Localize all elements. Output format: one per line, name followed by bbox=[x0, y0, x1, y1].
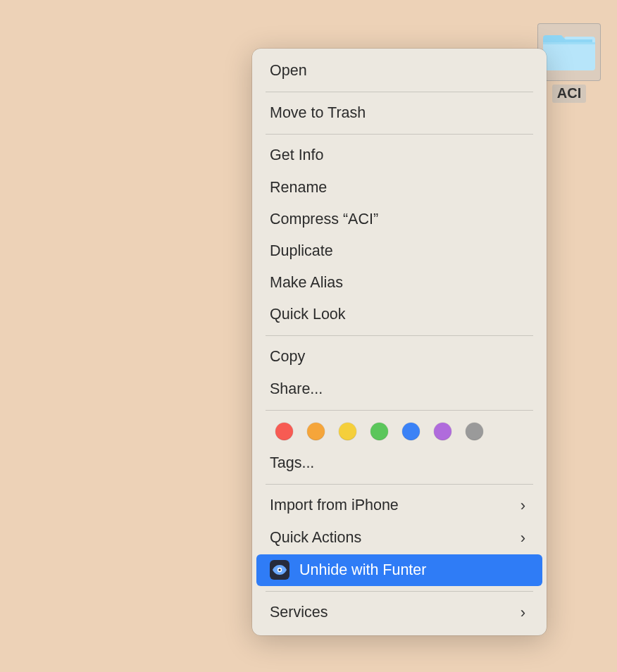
menu-rename[interactable]: Rename bbox=[256, 172, 542, 204]
menu-divider bbox=[266, 92, 533, 92]
menu-quick-look[interactable]: Quick Look bbox=[256, 299, 542, 330]
menu-open[interactable]: Open bbox=[256, 55, 542, 87]
menu-tags[interactable]: Tags... bbox=[256, 447, 542, 479]
submenu-chevron-icon: › bbox=[521, 494, 525, 517]
menu-divider bbox=[266, 134, 533, 135]
folder-icon bbox=[537, 23, 601, 81]
folder-label[interactable]: ACI bbox=[552, 85, 586, 103]
submenu-chevron-icon: › bbox=[521, 527, 525, 549]
menu-compress[interactable]: Compress “ACI” bbox=[256, 204, 542, 235]
tag-red[interactable] bbox=[275, 423, 293, 440]
menu-share[interactable]: Share... bbox=[256, 373, 542, 405]
context-menu: Open Move to Trash Get Info Rename Compr… bbox=[252, 49, 547, 635]
menu-divider bbox=[266, 484, 533, 485]
menu-divider bbox=[266, 410, 533, 411]
menu-get-info[interactable]: Get Info bbox=[256, 139, 542, 171]
tag-purple[interactable] bbox=[434, 423, 451, 440]
tag-yellow[interactable] bbox=[339, 423, 356, 440]
menu-duplicate[interactable]: Duplicate bbox=[256, 235, 542, 267]
menu-unhide-funter[interactable]: Unhide with Funter bbox=[256, 554, 542, 586]
menu-trash[interactable]: Move to Trash bbox=[256, 97, 542, 129]
menu-services[interactable]: Services › bbox=[256, 597, 542, 629]
tag-orange[interactable] bbox=[307, 423, 325, 440]
menu-divider bbox=[266, 591, 533, 592]
menu-quick-actions[interactable]: Quick Actions › bbox=[256, 522, 542, 554]
menu-import-iphone[interactable]: Import from iPhone › bbox=[256, 490, 542, 522]
funter-eye-icon bbox=[270, 560, 289, 580]
folder-glyph-icon bbox=[543, 31, 595, 73]
svg-point-2 bbox=[278, 569, 280, 571]
tag-blue[interactable] bbox=[402, 423, 420, 440]
tags-row bbox=[256, 416, 542, 447]
tag-green[interactable] bbox=[370, 423, 388, 440]
svg-rect-0 bbox=[543, 42, 595, 44]
menu-make-alias[interactable]: Make Alias bbox=[256, 267, 542, 299]
menu-divider bbox=[266, 335, 533, 336]
submenu-chevron-icon: › bbox=[521, 602, 525, 624]
tag-gray[interactable] bbox=[466, 423, 483, 440]
menu-copy[interactable]: Copy bbox=[256, 341, 542, 373]
desktop-folder[interactable]: ACI bbox=[537, 23, 601, 103]
